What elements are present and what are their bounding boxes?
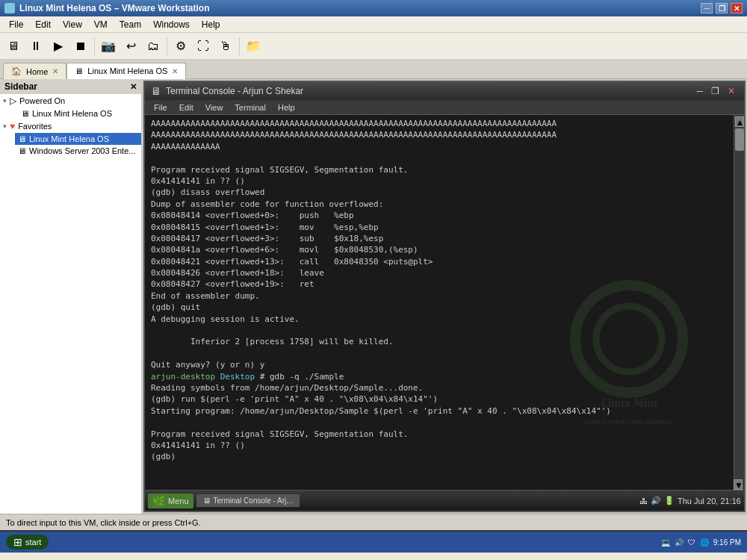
console-button[interactable]: 🖱 [215,36,236,57]
sidebar-powered-on-section[interactable]: ▾ ▷ Powered On [0,94,141,108]
terminal-scrollbar[interactable]: ▲ ▼ [734,115,744,490]
revert-button[interactable]: ↩ [120,36,141,57]
tab-linux-mint-close[interactable]: ✕ [172,67,178,75]
content-area: 🖥 Terminal Console - Arjun C Shekar ─ ❐ … [142,79,747,514]
menu-team[interactable]: Team [114,18,147,31]
tab-home-close[interactable]: ✕ [52,67,58,75]
power-on-icon: ▷ [10,96,16,106]
app-titlebar: Linux Mint Helena OS – VMware Workstatio… [0,0,747,16]
terminal-menu-bar: File Edit View Terminal Help [145,100,744,115]
tab-home-icon: 🏠 [11,66,22,76]
settings-button[interactable]: ⚙ [170,36,191,57]
play-button[interactable]: ▶ [48,36,69,57]
vm-battery-icon: 🔋 [664,496,675,505]
tab-home-label: Home [26,67,48,76]
vm-icon: 🖥 [21,109,29,118]
main-layout: Sidebar ✕ ▾ ▷ Powered On 🖥 Linux Mint He… [0,79,747,514]
sidebar-title: Sidebar [4,81,37,92]
bottom-taskbar: ⊞ start 💻 🔊 🛡 🌐 9:16 PM [0,530,747,553]
vm-taskbar-terminal-item[interactable]: 🖥 Terminal Console - Arj... [196,494,300,507]
sidebar-item-linux-mint-fav[interactable]: 🖥 Linux Mint Helena OS [15,133,141,145]
new-vm-button[interactable]: 🖥 [3,36,24,57]
minimize-button[interactable]: ─ [701,3,713,13]
tab-vm-icon: 🖥 [75,66,83,75]
terminal-menu-file[interactable]: File [148,102,173,113]
terminal-title: Terminal Console - Arjun C Shekar [166,86,303,96]
favorites-items: 🖥 Linux Mint Helena OS 🖥 Windows Server … [0,133,141,157]
window-controls: ─ ❐ ✕ [701,3,743,13]
app-title: Linux Mint Helena OS – VMware Workstatio… [19,3,210,13]
windows-logo-icon: ⊞ [13,536,22,548]
menu-help[interactable]: Help [196,18,226,31]
sidebar-favorites-section[interactable]: ▾ ♥ Favorites [0,119,141,133]
scrollbar-thumb[interactable] [735,128,744,151]
linux-mint-fav-label: Linux Mint Helena OS [29,134,109,143]
systray-network-icon: 🌐 [700,538,709,547]
terminal-restore-btn[interactable]: ❐ [708,86,722,96]
sidebar-item-win2003[interactable]: 🖥 Windows Server 2003 Ente... [15,145,141,157]
vm-start-label: Menu [168,497,189,505]
vm-start-button[interactable]: 🌿 Menu [148,494,193,508]
terminal-close-btn[interactable]: ✕ [725,86,738,96]
menu-file[interactable]: File [3,18,29,31]
terminal-content[interactable]: Linux Mintfrom freedom came elegance AAA… [145,115,734,490]
suspend-button[interactable]: ⏸ [25,36,46,57]
terminal-menu-view[interactable]: View [199,102,229,113]
terminal-prompt-line: arjun-desktop Desktop # gdb -q ./Sample … [151,371,728,463]
favorites-label: Favorites [18,122,52,131]
menu-view[interactable]: View [57,18,88,31]
vm-clock: Thu Jul 20, 21:16 [678,497,741,505]
terminal-icon: 🖥 [151,85,161,97]
systray-clock: 9:16 PM [713,538,741,547]
vm-window[interactable]: 🖥 Terminal Console - Arjun C Shekar ─ ❐ … [143,81,746,512]
terminal-minimize-btn[interactable]: ─ [693,86,706,96]
snapshot-button[interactable]: 📷 [98,36,119,57]
shared-folders-button[interactable]: 📁 [243,36,264,57]
toolbar: 🖥 ⏸ ▶ ⏹ 📷 ↩ 🗂 ⚙ ⛶ 🖱 📁 [0,33,747,60]
vm-network-icon: 🖧 [639,497,648,505]
terminal-line-1: AAAAAAAAAAAAAAAAAAAAAAAAAAAAAAAAAAAAAAAA… [151,118,728,371]
menu-edit[interactable]: Edit [29,18,57,31]
toolbar-sep2 [167,37,167,55]
menu-bar: File Edit View VM Team Windows Help [0,16,747,33]
terminal-area-wrapper: Linux Mintfrom freedom came elegance AAA… [145,115,744,490]
fav-vm-icon-1: 🖥 [18,134,26,143]
menu-vm[interactable]: VM [88,18,114,31]
sidebar-close-button[interactable]: ✕ [130,82,137,92]
sidebar-header: Sidebar ✕ [0,79,141,94]
systray-icon-2: 🔊 [675,538,684,547]
vm-taskbar: 🌿 Menu 🖥 Terminal Console - Arj... 🖧 🔊 🔋… [145,490,744,511]
favorites-expand-icon: ▾ [3,122,7,130]
status-message: To direct input to this VM, click inside… [6,518,201,527]
scrollbar-up-arrow[interactable]: ▲ [735,116,744,127]
status-bar: To direct input to this VM, click inside… [0,514,747,530]
tab-linux-mint[interactable]: 🖥 Linux Mint Helena OS ✕ [66,63,186,79]
heart-icon: ♥ [10,121,15,131]
windows-start-button[interactable]: ⊞ start [6,535,49,550]
fav-vm-icon-2: 🖥 [18,146,26,155]
vm-volume-icon: 🔊 [651,496,661,505]
systray-icon-3: 🛡 [688,538,695,547]
menu-windows[interactable]: Windows [147,18,196,31]
toolbar-sep1 [94,37,95,55]
tab-home[interactable]: 🏠 Home ✕ [3,63,66,79]
stop-button[interactable]: ⏹ [70,36,91,57]
vm-start-icon: 🌿 [152,495,165,507]
win2003-label: Windows Server 2003 Ente... [29,146,135,155]
taskbar-terminal-label: Terminal Console - Arj... [214,497,293,505]
scrollbar-down-arrow[interactable]: ▼ [734,479,743,490]
tab-linux-mint-label: Linux Mint Helena OS [87,66,167,75]
app-icon [4,3,15,13]
terminal-titlebar: 🖥 Terminal Console - Arjun C Shekar ─ ❐ … [145,82,744,100]
bottom-systray: 💻 🔊 🛡 🌐 9:16 PM [661,538,741,547]
restore-button[interactable]: ❐ [716,3,728,13]
terminal-menu-terminal[interactable]: Terminal [229,102,272,113]
terminal-menu-edit[interactable]: Edit [173,102,199,113]
sidebar-item-linux-mint-powered[interactable]: 🖥 Linux Mint Helena OS [9,108,141,119]
terminal-menu-help[interactable]: Help [272,102,301,113]
snapmanager-button[interactable]: 🗂 [143,36,164,57]
close-button[interactable]: ✕ [731,3,743,13]
fullscreen-button[interactable]: ⛶ [193,36,214,57]
tab-bar: 🏠 Home ✕ 🖥 Linux Mint Helena OS ✕ [0,60,747,79]
vm-systray: 🖧 🔊 🔋 Thu Jul 20, 21:16 [639,496,741,505]
